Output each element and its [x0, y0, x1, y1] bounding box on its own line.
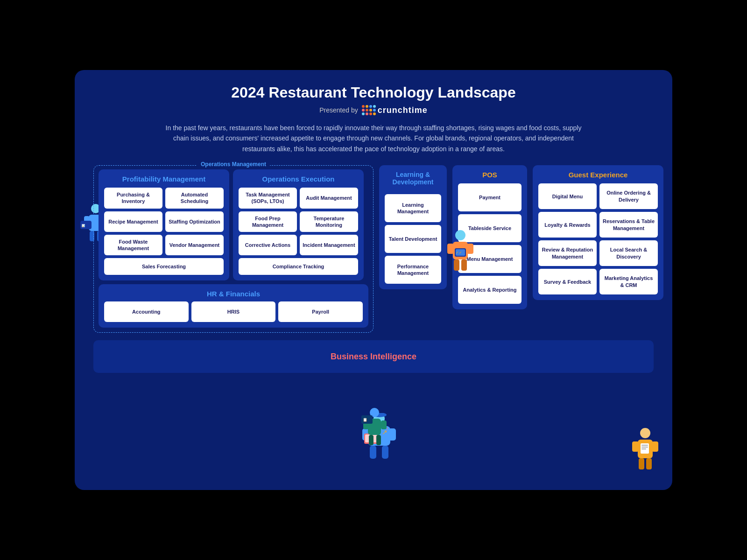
ld-title: Learning & Development	[385, 171, 441, 186]
logo-dots	[362, 105, 376, 115]
list-item: Learning Management	[385, 194, 441, 222]
svg-rect-10	[447, 244, 454, 254]
svg-rect-13	[461, 259, 467, 271]
crunchtime-logo: crunchtime	[362, 105, 428, 115]
svg-point-29	[640, 428, 650, 438]
svg-rect-33	[639, 458, 644, 469]
bi-label: Business Intelligence	[331, 352, 416, 362]
description-text: In the past few years, restaurants have …	[163, 123, 584, 154]
figure-employee-right	[627, 427, 664, 474]
list-item: Recipe Management	[104, 211, 162, 232]
profitability-title: Profitability Management	[104, 175, 224, 183]
ops-management-section: Operations Management Profitability Mana…	[93, 165, 374, 333]
list-item: Local Search & Discovery	[599, 240, 658, 266]
list-item: Loyalty & Rewards	[538, 212, 597, 238]
list-item: Audit Management	[300, 188, 358, 209]
list-item: Purchasing & Inventory	[104, 188, 162, 209]
guest-title: Guest Experience	[538, 171, 658, 179]
svg-rect-42	[381, 420, 387, 429]
svg-text:📋: 📋	[363, 417, 367, 422]
list-item: Accounting	[104, 301, 189, 322]
list-item: Task Management (SOPs, LTOs)	[239, 188, 297, 209]
page-title: 2024 Restaurant Technology Landscape	[93, 84, 654, 101]
ops-execution-section: Operations Execution Task Management (SO…	[233, 169, 364, 280]
guest-section: Guest Experience Digital Menu Online Ord…	[533, 165, 663, 300]
list-item: Staffing Optimization	[165, 211, 224, 232]
figure-hr-person: 📋	[359, 407, 390, 449]
svg-rect-32	[652, 441, 658, 452]
list-item: Digital Menu	[538, 183, 597, 209]
svg-rect-43	[369, 435, 374, 445]
list-item: Performance Management	[385, 256, 441, 284]
list-item: Talent Development	[385, 225, 441, 253]
list-item: Marketing Analytics & CRM	[599, 269, 658, 294]
bi-bar: Business Intelligence	[93, 340, 654, 373]
svg-rect-34	[646, 458, 652, 469]
svg-text:✓✓: ✓✓	[456, 251, 462, 255]
svg-rect-38	[641, 448, 646, 449]
list-item: Automated Scheduling	[165, 188, 224, 209]
main-card: 2024 Restaurant Technology Landscape Pre…	[75, 70, 672, 490]
figure-pos-illustration: ✓✓	[442, 229, 479, 275]
svg-rect-44	[376, 435, 381, 445]
list-item: Online Ordering & Delivery	[599, 183, 658, 209]
list-item: Food Prep Management	[239, 211, 297, 232]
list-item: Review & Reputation Management	[538, 240, 597, 266]
list-item: Corrective Actions	[239, 235, 297, 255]
profitability-section: Profitability Management Purchasing & In…	[99, 169, 229, 280]
list-item: Survey & Feedback	[538, 269, 597, 294]
svg-rect-11	[467, 244, 473, 254]
svg-rect-37	[641, 447, 648, 448]
list-item: Payroll	[278, 301, 363, 322]
list-item: Payment	[458, 183, 521, 211]
list-item: Analytics & Reporting	[458, 276, 521, 304]
svg-rect-31	[632, 441, 639, 452]
svg-rect-36	[641, 445, 648, 446]
list-item: Incident Management	[300, 235, 358, 255]
list-item: HRIS	[191, 301, 276, 322]
list-item: Vendor Management	[165, 235, 224, 256]
list-item: Food Waste Management	[104, 235, 162, 256]
svg-point-8	[455, 230, 465, 240]
svg-rect-12	[454, 259, 459, 271]
list-item: Reservations & Table Management	[599, 212, 658, 238]
landscape-grid: Operations Management Profitability Mana…	[93, 165, 654, 333]
ops-exec-title: Operations Execution	[239, 175, 358, 183]
presented-by: Presented by crunchtime	[93, 105, 654, 115]
list-item: Temperature Monitoring	[300, 211, 358, 232]
list-item: Compliance Tracking	[239, 258, 358, 275]
hr-section: HR & Financials Accounting HRIS Payroll	[99, 284, 368, 328]
logo-text: crunchtime	[378, 105, 428, 115]
ops-mgmt-label: Operations Management	[197, 161, 270, 168]
hr-title: HR & Financials	[104, 290, 363, 298]
ld-section: Learning & Development Learning Manageme…	[379, 165, 447, 289]
list-item: Sales Forecasting	[104, 258, 224, 275]
pos-title: POS	[458, 171, 521, 179]
svg-text:📊: 📊	[82, 224, 85, 228]
